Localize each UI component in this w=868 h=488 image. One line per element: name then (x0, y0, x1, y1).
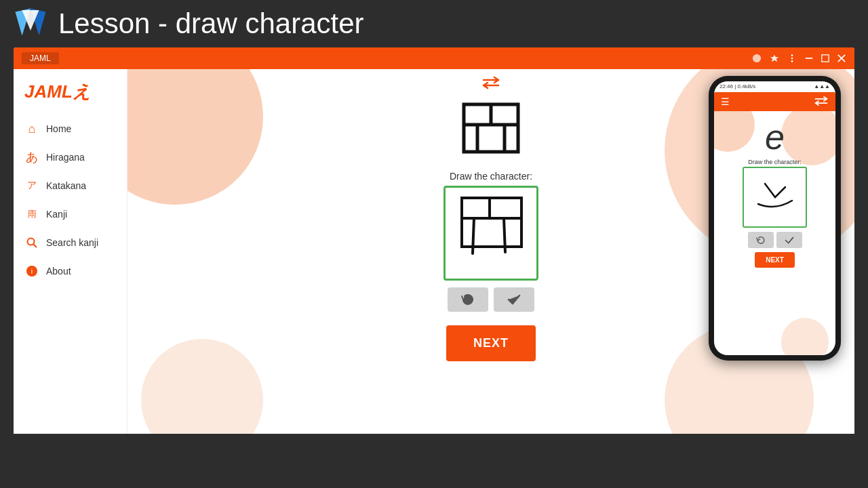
sidebar-item-label: About (46, 266, 71, 277)
phone-draw-label: Draw the character: (748, 159, 802, 165)
phone-mockup: 22:46 | 0.4kB/s ▲▲▲ ☰ (709, 76, 841, 361)
phone-undo-button[interactable] (748, 232, 774, 248)
phone-blob-tr (781, 111, 835, 165)
app-logo: JAMLえ (14, 75, 127, 115)
sidebar-item-label: Home (46, 123, 71, 134)
chrome-bar: JAML (14, 47, 854, 69)
chrome-controls (751, 53, 846, 64)
svg-rect-21 (462, 198, 521, 247)
phone-toolbar-transfer-icon (814, 96, 829, 107)
search-icon (24, 235, 39, 250)
katakana-icon: ア (24, 178, 39, 193)
drawn-char-svg (454, 192, 528, 274)
app-body: JAMLえ ⌂ Home あ Hiragana ア Katakana 雨 Kan… (14, 69, 854, 434)
sidebar-item-label: Hiragana (46, 152, 85, 163)
minimize-button[interactable] (804, 54, 814, 63)
kanji-icon: 雨 (24, 207, 39, 222)
sidebar-item-kanji[interactable]: 雨 Kanji (14, 200, 127, 228)
sidebar-item-about[interactable]: i About (14, 257, 127, 285)
phone-next-button[interactable]: NEXT (755, 252, 795, 268)
phone-main: e Draw the character: (714, 111, 835, 355)
sidebar-item-search-kanji[interactable]: Search kanji (14, 228, 127, 257)
svg-line-25 (504, 218, 505, 252)
title-bar: Lesson - draw character (0, 0, 868, 47)
svg-text:i: i (31, 267, 33, 275)
svg-rect-8 (806, 58, 812, 59)
phone-blob-tl (714, 111, 755, 152)
phone-action-buttons (748, 232, 802, 248)
sidebar-item-hiragana[interactable]: あ Hiragana (14, 143, 127, 171)
svg-point-6 (791, 58, 793, 60)
chrome-menu-icon[interactable] (787, 53, 797, 64)
phone-toolbar: ☰ (714, 92, 835, 111)
action-buttons (448, 287, 534, 312)
close-button[interactable] (837, 54, 846, 63)
sidebar-item-home[interactable]: ⌂ Home (14, 115, 127, 143)
chrome-ext-icon2[interactable] (769, 53, 780, 64)
drawing-area[interactable] (443, 186, 538, 281)
phone-drawn-char-svg (751, 174, 799, 221)
phone-time: 22:46 | 0.4kB/s (719, 83, 755, 89)
app-window: JAML (14, 47, 854, 434)
vuetify-logo-icon (14, 7, 47, 41)
hiragana-icon: あ (24, 150, 39, 165)
info-icon: i (24, 264, 39, 279)
svg-point-12 (28, 239, 35, 245)
char-display (450, 98, 532, 165)
undo-button[interactable] (448, 287, 488, 312)
svg-point-5 (791, 54, 793, 56)
reference-char-svg (457, 101, 525, 162)
home-icon: ⌂ (24, 121, 39, 136)
phone-signal-icon: ▲▲▲ (814, 83, 830, 89)
maximize-button[interactable] (821, 54, 830, 63)
next-button[interactable]: NEXT (446, 325, 536, 361)
confirm-button[interactable] (494, 287, 534, 312)
transfer-icon (482, 76, 500, 94)
phone-status-bar: 22:46 | 0.4kB/s ▲▲▲ (714, 81, 835, 92)
sidebar-item-label: Katakana (46, 180, 86, 191)
svg-point-7 (791, 60, 793, 62)
phone-screen: 22:46 | 0.4kB/s ▲▲▲ ☰ (714, 81, 835, 355)
main-content: Draw the character: (127, 69, 854, 434)
svg-point-3 (753, 54, 761, 62)
sidebar-item-label: Search kanji (46, 237, 98, 248)
phone-menu-icon[interactable]: ☰ (721, 96, 730, 107)
draw-label: Draw the character: (450, 171, 532, 182)
phone-confirm-button[interactable] (776, 232, 802, 248)
phone-blob-br (781, 318, 829, 355)
svg-line-24 (473, 218, 474, 253)
phone-char-display: e (765, 117, 785, 157)
sidebar-item-label: Kanji (46, 209, 67, 220)
chrome-ext-icon1[interactable] (751, 53, 762, 64)
sidebar: JAMLえ ⌂ Home あ Hiragana ア Katakana 雨 Kan… (14, 69, 127, 434)
chrome-tab: JAML (22, 52, 59, 64)
svg-marker-4 (770, 55, 778, 62)
sidebar-item-katakana[interactable]: ア Katakana (14, 171, 127, 200)
page-title: Lesson - draw character (58, 7, 364, 40)
svg-rect-9 (822, 55, 829, 62)
svg-line-13 (34, 245, 37, 248)
phone-drawing-area[interactable] (743, 167, 807, 228)
